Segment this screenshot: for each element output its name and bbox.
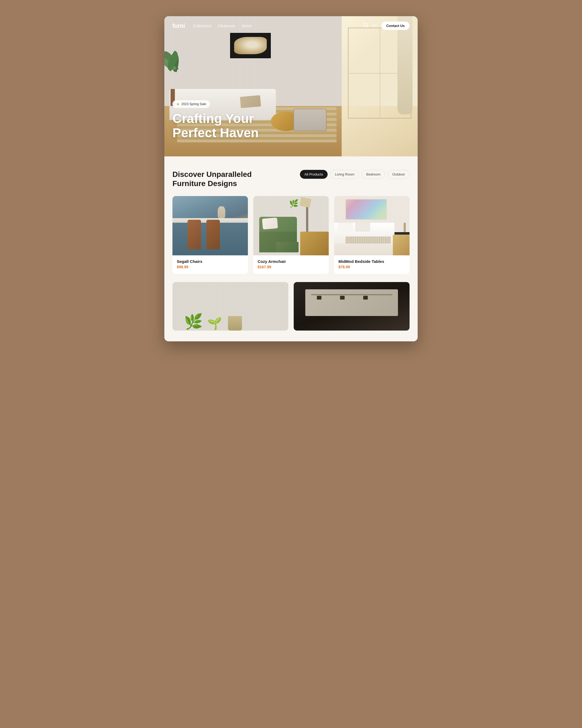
products-title: Discover Unparalleled Furniture Designs xyxy=(172,170,252,188)
badge-text: 2023 Spring Sale xyxy=(181,102,206,106)
product-info-chairs: Segall Chairs $98.99 xyxy=(172,255,248,274)
nav-link-about[interactable]: About xyxy=(242,24,252,28)
hero-title-line1: Crafting Your xyxy=(172,111,254,126)
cart-icon[interactable] xyxy=(362,22,368,29)
product-card-cozy-armchair[interactable]: 🌿 Cozy Armchair $167.99 xyxy=(253,196,329,274)
products-header: Discover Unparalleled Furniture Designs … xyxy=(172,170,410,188)
plant xyxy=(164,50,195,106)
svg-point-1 xyxy=(367,27,367,27)
badge-star-icon: ★ xyxy=(176,102,180,106)
product-card-bedroom[interactable]: MidMod Bedside Tables $78.99 xyxy=(334,196,410,274)
product-name-chairs: Segall Chairs xyxy=(177,259,244,264)
logo[interactable]: furni xyxy=(172,22,185,29)
products-bottom-row: 🌿 🌱 xyxy=(172,282,410,331)
product-image-chairs xyxy=(172,196,248,255)
product-grid: Segall Chairs $98.99 xyxy=(172,196,410,274)
products-section: Discover Unparalleled Furniture Designs … xyxy=(164,156,418,341)
product-card-bottom-1[interactable]: 🌿 🌱 xyxy=(172,282,288,331)
filter-tabs: All Products Living Room Bedroom Outdoor xyxy=(300,170,410,179)
hero-badge: ★ 2023 Spring Sale xyxy=(172,100,210,108)
product-image-bedroom xyxy=(334,196,410,255)
products-title-line2: Furniture Designs xyxy=(172,179,237,188)
wall-art-inner xyxy=(234,37,267,54)
nav-right: EN Contact Us xyxy=(362,22,410,30)
navigation: furni Collections Clearance About EN Con… xyxy=(164,16,418,35)
hero-content: ★ 2023 Spring Sale Crafting Your Perfect… xyxy=(172,100,259,140)
nav-link-clearance[interactable]: Clearance xyxy=(218,24,235,28)
nav-link-collections[interactable]: Collections xyxy=(193,24,211,28)
nav-links: Collections Clearance About xyxy=(193,24,362,28)
product-info-armchair: Cozy Armchair $167.99 xyxy=(253,255,329,274)
filter-all-products[interactable]: All Products xyxy=(300,170,328,179)
filter-bedroom[interactable]: Bedroom xyxy=(362,170,385,179)
filter-outdoor[interactable]: Outdoor xyxy=(388,170,410,179)
language-selector[interactable]: EN xyxy=(372,24,377,28)
plant-leaves xyxy=(164,50,195,95)
filter-living-room[interactable]: Living Room xyxy=(330,170,359,179)
wall-art xyxy=(230,33,271,58)
page-wrapper: furni Collections Clearance About EN Con… xyxy=(164,16,418,341)
product-name-bedroom: MidMod Bedside Tables xyxy=(338,259,405,264)
product-image-bottom-2 xyxy=(294,282,410,331)
contact-us-button[interactable]: Contact Us xyxy=(381,22,410,30)
product-card-segall-chairs[interactable]: Segall Chairs $98.99 xyxy=(172,196,248,274)
svg-point-0 xyxy=(364,27,365,27)
product-price-armchair: $167.99 xyxy=(257,265,325,269)
product-image-armchair: 🌿 xyxy=(253,196,329,255)
hero-title: Crafting Your Perfect Haven xyxy=(172,112,259,140)
products-title-line1: Discover Unparalleled xyxy=(172,170,252,179)
hero-title-line2: Perfect Haven xyxy=(172,126,259,140)
product-price-bedroom: $78.99 xyxy=(338,265,405,269)
product-card-bottom-2[interactable] xyxy=(294,282,410,331)
hero-section: furni Collections Clearance About EN Con… xyxy=(164,16,418,156)
product-price-chairs: $98.99 xyxy=(177,265,244,269)
product-image-bottom-1: 🌿 🌱 xyxy=(172,282,288,331)
product-info-bedroom: MidMod Bedside Tables $78.99 xyxy=(334,255,410,274)
armchair xyxy=(294,109,326,131)
product-name-armchair: Cozy Armchair xyxy=(257,259,325,264)
